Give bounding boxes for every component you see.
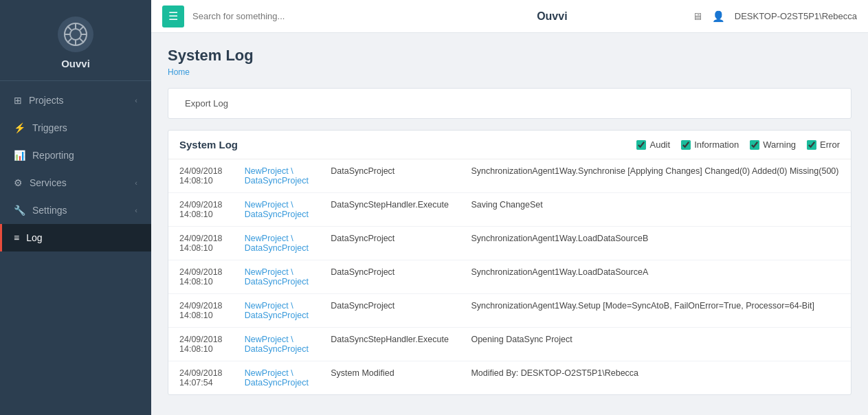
row-project-link[interactable]: NewProject \	[245, 166, 309, 176]
row-project-link[interactable]: NewProject \	[245, 368, 309, 378]
sidebar-label-projects: Projects	[29, 95, 64, 106]
projects-icon: ⊞	[14, 95, 22, 106]
row-datetime: 24/09/201814:08:10	[168, 260, 234, 294]
table-row: 24/09/201814:08:10 NewProject \ DataSync…	[168, 260, 851, 294]
svg-line-6	[67, 26, 71, 30]
row-datetime: 24/09/201814:08:10	[168, 294, 234, 328]
row-project: NewProject \ DataSyncProject	[234, 260, 320, 294]
filter-audit[interactable]: Audit	[636, 139, 670, 150]
sidebar-item-settings[interactable]: 🔧 Settings ‹	[0, 197, 151, 224]
row-source: DataSyncStepHandler.Execute	[320, 328, 460, 361]
filter-error[interactable]: Error	[807, 139, 840, 150]
sidebar-label-settings: Settings	[32, 205, 67, 216]
export-log-button[interactable]: Export Log	[179, 96, 234, 111]
svg-point-1	[70, 29, 81, 40]
row-message: SynchronizationAgent1Way.Synchronise [Ap…	[460, 159, 851, 193]
sidebar-nav: ⊞ Projects ‹ ⚡ Triggers 📊 Reporting ⚙ Se…	[0, 81, 151, 415]
row-source: DataSyncProject	[320, 294, 460, 328]
row-project-name-link[interactable]: DataSyncProject	[245, 344, 309, 354]
row-datetime: 24/09/201814:08:10	[168, 159, 234, 193]
sidebar-label-reporting: Reporting	[32, 150, 74, 161]
services-icon: ⚙	[14, 177, 23, 188]
filter-warning-label: Warning	[763, 139, 796, 150]
page-title: System Log	[168, 47, 852, 65]
table-row: 24/09/201814:08:10 NewProject \ DataSync…	[168, 294, 851, 328]
user-icon: 👤	[712, 10, 725, 23]
row-source: System Modified	[320, 361, 460, 395]
filter-error-checkbox[interactable]	[807, 140, 816, 150]
triggers-icon: ⚡	[14, 122, 25, 133]
log-card-title: System Log	[179, 139, 238, 150]
svg-line-9	[67, 38, 71, 43]
row-project-name-link[interactable]: DataSyncProject	[245, 277, 309, 287]
row-source: DataSyncStepHandler.Execute	[320, 193, 460, 227]
row-datetime: 24/09/201814:08:10	[168, 193, 234, 227]
row-source: DataSyncProject	[320, 227, 460, 260]
row-project: NewProject \ DataSyncProject	[234, 193, 320, 227]
row-project-name-link[interactable]: DataSyncProject	[245, 243, 309, 253]
sidebar-item-projects[interactable]: ⊞ Projects ‹	[0, 87, 151, 114]
log-card-header: System Log Audit Information Warning	[168, 131, 851, 159]
row-project-name-link[interactable]: DataSyncProject	[245, 176, 309, 186]
table-row: 24/09/201814:08:10 NewProject \ DataSync…	[168, 328, 851, 361]
row-project-link[interactable]: NewProject \	[245, 335, 309, 344]
topbar-right: 🖥 👤 DESKTOP-O2ST5P1\Rebecca	[692, 10, 857, 23]
row-project: NewProject \ DataSyncProject	[234, 227, 320, 260]
svg-line-8	[80, 26, 84, 30]
menu-toggle-button[interactable]: ☰	[162, 5, 184, 27]
row-message: SynchronizationAgent1Way.Setup [Mode=Syn…	[460, 294, 851, 328]
log-icon: ≡	[14, 232, 19, 243]
row-datetime: 24/09/201814:08:10	[168, 328, 234, 361]
search-input[interactable]	[192, 11, 412, 21]
row-project-link[interactable]: NewProject \	[245, 200, 309, 210]
sidebar-item-log[interactable]: ≡ Log	[0, 224, 151, 251]
filter-information-checkbox[interactable]	[681, 140, 691, 150]
log-card: System Log Audit Information Warning	[168, 130, 852, 395]
monitor-icon: 🖥	[692, 10, 702, 22]
content-area: System Log Home Export Log System Log Au…	[151, 33, 868, 415]
row-message: Saving ChangeSet	[460, 193, 851, 227]
settings-chevron: ‹	[135, 206, 137, 214]
sidebar-label-log: Log	[26, 232, 42, 243]
row-project-link[interactable]: NewProject \	[245, 267, 309, 277]
row-message: SynchronizationAgent1Way.LoadDataSourceA	[460, 260, 851, 294]
filter-warning-checkbox[interactable]	[750, 140, 759, 150]
topbar-username: DESKTOP-O2ST5P1\Rebecca	[735, 11, 857, 21]
filter-warning[interactable]: Warning	[750, 139, 796, 150]
row-source: DataSyncProject	[320, 159, 460, 193]
row-message: Modified By: DESKTOP-O2ST5P1\Rebecca	[460, 361, 851, 395]
row-project: NewProject \ DataSyncProject	[234, 159, 320, 193]
row-datetime: 24/09/201814:08:10	[168, 227, 234, 260]
sidebar-item-triggers[interactable]: ⚡ Triggers	[0, 114, 151, 142]
sidebar-label-services: Services	[30, 177, 67, 188]
sidebar-logo: Ouvvi	[0, 0, 151, 81]
sidebar-item-services[interactable]: ⚙ Services ‹	[0, 169, 151, 197]
sidebar-label-triggers: Triggers	[32, 122, 67, 133]
filter-audit-checkbox[interactable]	[636, 140, 646, 150]
row-project: NewProject \ DataSyncProject	[234, 294, 320, 328]
filter-error-label: Error	[820, 139, 840, 150]
filter-audit-label: Audit	[649, 139, 670, 150]
row-project-name-link[interactable]: DataSyncProject	[245, 210, 309, 219]
main-area: ☰ Ouvvi 🖥 👤 DESKTOP-O2ST5P1\Rebecca Syst…	[151, 0, 868, 415]
svg-line-7	[80, 38, 84, 43]
table-row: 24/09/201814:07:54 NewProject \ DataSync…	[168, 361, 851, 395]
sidebar-item-reporting[interactable]: 📊 Reporting	[0, 142, 151, 169]
table-row: 24/09/201814:08:10 NewProject \ DataSync…	[168, 159, 851, 193]
row-project-name-link[interactable]: DataSyncProject	[245, 378, 309, 388]
row-datetime: 24/09/201814:07:54	[168, 361, 234, 395]
filter-information-label: Information	[694, 139, 739, 150]
row-project-link[interactable]: NewProject \	[245, 234, 309, 243]
row-source: DataSyncProject	[320, 260, 460, 294]
filter-information[interactable]: Information	[681, 139, 739, 150]
breadcrumb: Home	[168, 67, 852, 77]
topbar: ☰ Ouvvi 🖥 👤 DESKTOP-O2ST5P1\Rebecca	[151, 0, 868, 33]
row-project: NewProject \ DataSyncProject	[234, 328, 320, 361]
row-project-link[interactable]: NewProject \	[245, 301, 309, 311]
log-filters: Audit Information Warning Error	[636, 139, 840, 150]
row-project-name-link[interactable]: DataSyncProject	[245, 311, 309, 320]
table-row: 24/09/201814:08:10 NewProject \ DataSync…	[168, 193, 851, 227]
row-project: NewProject \ DataSyncProject	[234, 361, 320, 395]
row-message: SynchronizationAgent1Way.LoadDataSourceB	[460, 227, 851, 260]
breadcrumb-home[interactable]: Home	[168, 67, 190, 77]
